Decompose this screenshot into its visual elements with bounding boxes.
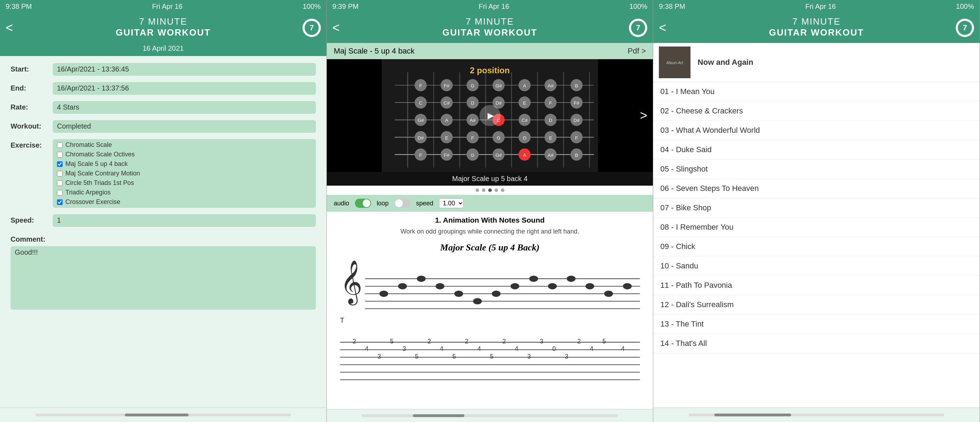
song-item-11[interactable]: 12 - Dali's Surrealism bbox=[653, 295, 980, 315]
svg-text:0: 0 bbox=[552, 345, 556, 352]
svg-text:A: A bbox=[445, 118, 448, 123]
back-button-1[interactable]: < bbox=[6, 21, 13, 35]
svg-text:Album Art: Album Art bbox=[667, 61, 684, 65]
song-num-8: 09 bbox=[660, 242, 669, 251]
svg-text:4: 4 bbox=[477, 345, 481, 352]
song-title-6: Bike Shop bbox=[676, 203, 711, 212]
scroll-thumb-3[interactable] bbox=[714, 414, 791, 416]
song-item-7[interactable]: 08 - I Remember You bbox=[653, 218, 980, 237]
song-item-2[interactable]: 03 - What A Wonderful World bbox=[653, 121, 980, 140]
exercise-check-6[interactable] bbox=[57, 199, 63, 205]
svg-point-104 bbox=[492, 291, 501, 297]
video-container[interactable]: 2 position F F# G G# A bbox=[327, 59, 653, 172]
loop-toggle[interactable] bbox=[395, 199, 410, 208]
song-item-10[interactable]: 11 - Path To Pavonia bbox=[653, 276, 980, 295]
app-title-3: 7 MINUTE GUITAR WORKOUT bbox=[769, 16, 864, 38]
svg-text:C: C bbox=[419, 101, 422, 106]
exercise-check-1[interactable] bbox=[57, 152, 63, 157]
song-item-1[interactable]: 02 - Cheese & Crackers bbox=[653, 101, 980, 121]
song-item-5[interactable]: 06 - Seven Steps To Heaven bbox=[653, 179, 980, 198]
status-date-3: Fri Apr 16 bbox=[805, 2, 836, 11]
speed-select[interactable]: 1.00 0.75 0.50 bbox=[439, 198, 464, 208]
start-label: Start: bbox=[11, 63, 53, 73]
song-item-3[interactable]: 04 - Duke Said bbox=[653, 140, 980, 160]
song-item-9[interactable]: 10 - Sandu bbox=[653, 256, 980, 276]
svg-text:A#: A# bbox=[548, 83, 554, 88]
logo-icon-2: 7 bbox=[629, 19, 647, 37]
exercise-check-4[interactable] bbox=[57, 181, 63, 186]
speed-label-audio: speed bbox=[416, 200, 433, 207]
dot-3[interactable] bbox=[495, 189, 498, 192]
song-item-4[interactable]: 05 - Slingshot bbox=[653, 160, 980, 179]
dot-4[interactable] bbox=[501, 189, 504, 192]
svg-text:C#: C# bbox=[444, 101, 450, 106]
scroll-thumb-1[interactable] bbox=[125, 414, 189, 416]
exercise-item-2: Maj Scale 5 up 4 back bbox=[57, 160, 312, 168]
dot-1[interactable] bbox=[482, 189, 485, 192]
rate-field-row: Rate: 4 Stars bbox=[11, 101, 316, 114]
song-title-1: Cheese & Crackers bbox=[676, 106, 743, 115]
back-button-3[interactable]: < bbox=[659, 21, 666, 35]
exercise-check-2[interactable] bbox=[57, 161, 63, 167]
song-title-8: Chick bbox=[676, 242, 695, 251]
sheet-music-1: 𝄞 T A B bbox=[334, 260, 646, 323]
speed-label: Speed: bbox=[11, 214, 53, 224]
scroll-bar-3[interactable] bbox=[689, 414, 944, 416]
svg-text:G#: G# bbox=[495, 83, 502, 88]
panel2-footer bbox=[327, 409, 653, 422]
app-title-1: 7 MINUTE GUITAR WORKOUT bbox=[116, 16, 211, 38]
rate-label: Rate: bbox=[11, 101, 53, 111]
back-button-2[interactable]: < bbox=[332, 21, 340, 35]
song-item-12[interactable]: 13 - The Tint bbox=[653, 315, 980, 334]
song-num-12: 13 bbox=[660, 320, 669, 328]
svg-text:5: 5 bbox=[415, 353, 418, 360]
svg-point-105 bbox=[511, 283, 519, 289]
album-header: Album Art Now and Again bbox=[653, 43, 980, 82]
exercise-name-5: Triadic Arpegios bbox=[65, 189, 110, 196]
song-item-0[interactable]: 01 - I Mean You bbox=[653, 82, 980, 101]
dot-2[interactable] bbox=[488, 189, 492, 192]
position-label: 2 position bbox=[470, 66, 510, 75]
nav-arrow-right[interactable]: > bbox=[640, 108, 647, 123]
logo-icon-1: 7 bbox=[302, 19, 321, 37]
svg-text:A: A bbox=[523, 83, 526, 88]
status-bar-1: 9:38 PM Fri Apr 16 100% bbox=[0, 0, 326, 13]
pdf-link[interactable]: Pdf > bbox=[628, 46, 646, 56]
song-title-3: Duke Said bbox=[676, 145, 712, 154]
scroll-thumb-2[interactable] bbox=[413, 414, 465, 417]
song-title-13: That's All bbox=[676, 339, 707, 348]
song-item-8[interactable]: 09 - Chick bbox=[653, 237, 980, 256]
start-value: 16/Apr/2021 - 13:36:45 bbox=[53, 63, 316, 76]
svg-text:G: G bbox=[497, 135, 501, 141]
song-item-6[interactable]: 07 - Bike Shop bbox=[653, 198, 980, 218]
svg-point-100 bbox=[417, 276, 426, 282]
album-cover: Album Art bbox=[659, 46, 690, 78]
song-title-9: Sandu bbox=[676, 261, 698, 270]
svg-text:E: E bbox=[549, 135, 552, 141]
song-num-2: 03 bbox=[660, 126, 669, 134]
dot-0[interactable] bbox=[476, 189, 479, 192]
comment-field-row: Comment: Good!!! bbox=[11, 233, 316, 310]
audio-toggle[interactable] bbox=[355, 199, 371, 208]
svg-text:B: B bbox=[575, 83, 578, 88]
exercise-item-1: Chromatic Scale Octives bbox=[57, 151, 312, 158]
svg-text:A#: A# bbox=[548, 152, 554, 158]
scroll-bar-2[interactable] bbox=[362, 414, 618, 417]
exercise-check-0[interactable] bbox=[57, 142, 63, 148]
end-field-row: End: 16/Apr/2021 - 13:37:56 bbox=[11, 82, 316, 95]
play-button[interactable] bbox=[479, 105, 501, 126]
svg-point-108 bbox=[567, 276, 576, 282]
exercise-check-5[interactable] bbox=[57, 190, 63, 195]
svg-rect-88 bbox=[334, 260, 646, 323]
lesson-title: Maj Scale - 5 up 4 back bbox=[334, 46, 415, 56]
song-sep-3: - bbox=[671, 145, 676, 154]
svg-text:E: E bbox=[445, 135, 448, 141]
svg-text:A: A bbox=[523, 152, 526, 158]
song-item-13[interactable]: 14 - That's All bbox=[653, 334, 980, 353]
scroll-bar-1[interactable] bbox=[35, 414, 291, 416]
exercise-item-3: Maj Scale Contrary Motion bbox=[57, 170, 312, 177]
song-title-4: Slingshot bbox=[676, 165, 708, 173]
exercise-check-3[interactable] bbox=[57, 171, 63, 176]
song-num-6: 07 bbox=[660, 203, 669, 212]
svg-text:D#: D# bbox=[573, 118, 580, 123]
